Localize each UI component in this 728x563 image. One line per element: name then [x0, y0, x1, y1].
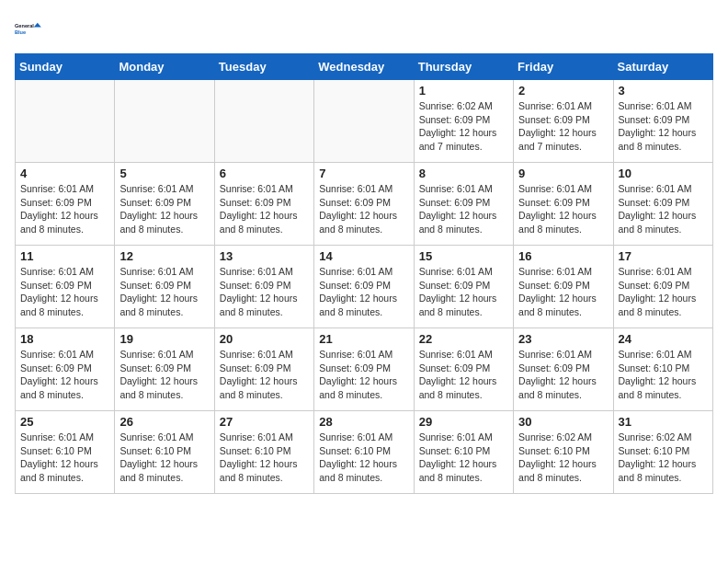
day-number: 29 [419, 415, 508, 429]
calendar-cell: 23Sunrise: 6:01 AM Sunset: 6:09 PM Dayli… [514, 328, 613, 411]
calendar-week-row: 11Sunrise: 6:01 AM Sunset: 6:09 PM Dayli… [16, 246, 713, 328]
day-number: 6 [220, 167, 309, 180]
logo: GeneralBlue [15, 15, 44, 44]
page-header: GeneralBlue [15, 15, 713, 44]
day-header-sunday: Sunday [16, 54, 115, 80]
calendar-week-row: 25Sunrise: 6:01 AM Sunset: 6:10 PM Dayli… [16, 411, 713, 494]
calendar-cell: 15Sunrise: 6:01 AM Sunset: 6:09 PM Dayli… [414, 246, 513, 328]
calendar-cell: 20Sunrise: 6:01 AM Sunset: 6:09 PM Dayli… [214, 328, 313, 411]
day-number: 31 [619, 415, 708, 429]
day-number: 17 [619, 249, 708, 263]
day-number: 23 [518, 332, 608, 346]
calendar-cell: 24Sunrise: 6:01 AM Sunset: 6:10 PM Dayli… [613, 328, 712, 411]
cell-info: Sunrise: 6:01 AM Sunset: 6:09 PM Dayligh… [220, 182, 309, 236]
cell-info: Sunrise: 6:01 AM Sunset: 6:09 PM Dayligh… [119, 182, 209, 236]
svg-text:Blue: Blue [15, 29, 26, 35]
calendar-cell: 27Sunrise: 6:01 AM Sunset: 6:10 PM Dayli… [214, 411, 313, 494]
day-number: 19 [119, 332, 209, 346]
day-number: 13 [220, 249, 309, 263]
calendar-cell: 30Sunrise: 6:02 AM Sunset: 6:10 PM Dayli… [514, 411, 613, 494]
calendar-cell: 1Sunrise: 6:02 AM Sunset: 6:09 PM Daylig… [414, 80, 513, 163]
day-header-monday: Monday [115, 54, 214, 80]
day-number: 28 [319, 415, 408, 429]
cell-info: Sunrise: 6:01 AM Sunset: 6:09 PM Dayligh… [319, 265, 408, 319]
cell-info: Sunrise: 6:01 AM Sunset: 6:09 PM Dayligh… [220, 348, 309, 402]
day-number: 16 [518, 249, 608, 263]
calendar-cell: 29Sunrise: 6:01 AM Sunset: 6:10 PM Dayli… [414, 411, 513, 494]
day-number: 12 [119, 249, 209, 263]
calendar-cell: 16Sunrise: 6:01 AM Sunset: 6:09 PM Dayli… [514, 246, 613, 328]
calendar-cell: 12Sunrise: 6:01 AM Sunset: 6:09 PM Dayli… [115, 246, 214, 328]
logo-icon: GeneralBlue [15, 15, 44, 44]
cell-info: Sunrise: 6:01 AM Sunset: 6:09 PM Dayligh… [20, 348, 109, 402]
svg-marker-2 [34, 23, 41, 28]
calendar-cell [115, 80, 214, 163]
calendar-cell: 3Sunrise: 6:01 AM Sunset: 6:09 PM Daylig… [613, 80, 712, 163]
cell-info: Sunrise: 6:01 AM Sunset: 6:09 PM Dayligh… [119, 348, 209, 402]
day-number: 18 [20, 332, 109, 346]
cell-info: Sunrise: 6:01 AM Sunset: 6:09 PM Dayligh… [319, 348, 408, 402]
calendar-cell [16, 80, 115, 163]
day-number: 24 [619, 332, 708, 346]
day-header-saturday: Saturday [613, 54, 712, 80]
day-header-wednesday: Wednesday [314, 54, 414, 80]
cell-info: Sunrise: 6:01 AM Sunset: 6:09 PM Dayligh… [518, 348, 608, 402]
day-header-tuesday: Tuesday [214, 54, 313, 80]
day-number: 30 [518, 415, 608, 429]
calendar-cell: 25Sunrise: 6:01 AM Sunset: 6:10 PM Dayli… [16, 411, 115, 494]
calendar-cell: 19Sunrise: 6:01 AM Sunset: 6:09 PM Dayli… [115, 328, 214, 411]
calendar-cell: 18Sunrise: 6:01 AM Sunset: 6:09 PM Dayli… [16, 328, 115, 411]
calendar-week-row: 4Sunrise: 6:01 AM Sunset: 6:09 PM Daylig… [16, 163, 713, 246]
day-number: 11 [20, 249, 109, 263]
cell-info: Sunrise: 6:02 AM Sunset: 6:10 PM Dayligh… [518, 431, 608, 485]
calendar-header-row: SundayMondayTuesdayWednesdayThursdayFrid… [16, 54, 713, 80]
cell-info: Sunrise: 6:01 AM Sunset: 6:09 PM Dayligh… [619, 99, 708, 154]
day-number: 8 [419, 167, 508, 180]
cell-info: Sunrise: 6:02 AM Sunset: 6:10 PM Dayligh… [619, 431, 708, 485]
cell-info: Sunrise: 6:01 AM Sunset: 6:09 PM Dayligh… [518, 182, 608, 236]
calendar-cell: 28Sunrise: 6:01 AM Sunset: 6:10 PM Dayli… [314, 411, 414, 494]
day-number: 5 [119, 167, 209, 180]
cell-info: Sunrise: 6:02 AM Sunset: 6:09 PM Dayligh… [419, 99, 508, 154]
cell-info: Sunrise: 6:01 AM Sunset: 6:10 PM Dayligh… [619, 348, 708, 402]
cell-info: Sunrise: 6:01 AM Sunset: 6:10 PM Dayligh… [20, 431, 109, 485]
calendar-cell: 9Sunrise: 6:01 AM Sunset: 6:09 PM Daylig… [514, 163, 613, 246]
calendar-cell: 11Sunrise: 6:01 AM Sunset: 6:09 PM Dayli… [16, 246, 115, 328]
day-header-thursday: Thursday [414, 54, 513, 80]
calendar-cell: 17Sunrise: 6:01 AM Sunset: 6:09 PM Dayli… [613, 246, 712, 328]
calendar-table: SundayMondayTuesdayWednesdayThursdayFrid… [15, 53, 713, 494]
calendar-cell: 4Sunrise: 6:01 AM Sunset: 6:09 PM Daylig… [16, 163, 115, 246]
day-number: 27 [220, 415, 309, 429]
calendar-cell: 22Sunrise: 6:01 AM Sunset: 6:09 PM Dayli… [414, 328, 513, 411]
cell-info: Sunrise: 6:01 AM Sunset: 6:09 PM Dayligh… [419, 182, 508, 236]
calendar-cell: 26Sunrise: 6:01 AM Sunset: 6:10 PM Dayli… [115, 411, 214, 494]
calendar-cell: 21Sunrise: 6:01 AM Sunset: 6:09 PM Dayli… [314, 328, 414, 411]
cell-info: Sunrise: 6:01 AM Sunset: 6:10 PM Dayligh… [319, 431, 408, 485]
cell-info: Sunrise: 6:01 AM Sunset: 6:09 PM Dayligh… [619, 265, 708, 319]
day-header-friday: Friday [514, 54, 613, 80]
cell-info: Sunrise: 6:01 AM Sunset: 6:09 PM Dayligh… [319, 182, 408, 236]
calendar-cell [214, 80, 313, 163]
day-number: 2 [518, 84, 608, 98]
day-number: 26 [119, 415, 209, 429]
cell-info: Sunrise: 6:01 AM Sunset: 6:09 PM Dayligh… [619, 182, 708, 236]
calendar-cell: 13Sunrise: 6:01 AM Sunset: 6:09 PM Dayli… [214, 246, 313, 328]
day-number: 4 [20, 167, 109, 180]
cell-info: Sunrise: 6:01 AM Sunset: 6:09 PM Dayligh… [518, 99, 608, 154]
day-number: 10 [619, 167, 708, 180]
cell-info: Sunrise: 6:01 AM Sunset: 6:09 PM Dayligh… [419, 265, 508, 319]
cell-info: Sunrise: 6:01 AM Sunset: 6:10 PM Dayligh… [419, 431, 508, 485]
calendar-cell: 31Sunrise: 6:02 AM Sunset: 6:10 PM Dayli… [613, 411, 712, 494]
cell-info: Sunrise: 6:01 AM Sunset: 6:09 PM Dayligh… [20, 265, 109, 319]
svg-text:General: General [15, 23, 34, 29]
calendar-week-row: 1Sunrise: 6:02 AM Sunset: 6:09 PM Daylig… [16, 80, 713, 163]
calendar-week-row: 18Sunrise: 6:01 AM Sunset: 6:09 PM Dayli… [16, 328, 713, 411]
day-number: 3 [619, 84, 708, 98]
day-number: 20 [220, 332, 309, 346]
day-number: 22 [419, 332, 508, 346]
cell-info: Sunrise: 6:01 AM Sunset: 6:10 PM Dayligh… [119, 431, 209, 485]
cell-info: Sunrise: 6:01 AM Sunset: 6:10 PM Dayligh… [220, 431, 309, 485]
cell-info: Sunrise: 6:01 AM Sunset: 6:09 PM Dayligh… [119, 265, 209, 319]
calendar-cell [314, 80, 414, 163]
calendar-cell: 6Sunrise: 6:01 AM Sunset: 6:09 PM Daylig… [214, 163, 313, 246]
